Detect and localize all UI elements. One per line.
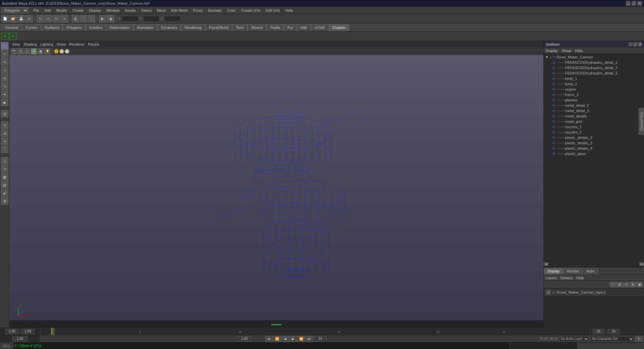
viewport[interactable]: View Shading Lighting Show Renderer Pane…: [9, 41, 543, 328]
tab-polygons[interactable]: Polygons: [63, 24, 85, 31]
outliner-menu-help[interactable]: Help: [575, 49, 583, 53]
sculpt-btn[interactable]: 🖌: [1, 189, 8, 197]
menu-assets[interactable]: Assets: [124, 8, 137, 12]
poly-create-btn[interactable]: ⬡: [1, 157, 8, 164]
play-forward-btn[interactable]: ▶: [289, 336, 297, 342]
menu-proxy[interactable]: Proxy: [193, 8, 203, 12]
list-item[interactable]: ⊡ ——○ body_2: [544, 81, 644, 87]
tab-painteffects[interactable]: PaintEffects: [205, 24, 232, 31]
tab-display[interactable]: Display: [544, 268, 563, 275]
cmd-input[interactable]: [13, 343, 510, 349]
vp-menu-renderer[interactable]: Renderer: [69, 42, 85, 46]
tab-general[interactable]: General: [1, 24, 22, 31]
timeline-start-input[interactable]: [5, 329, 19, 334]
vp-menu-view[interactable]: View: [12, 42, 20, 46]
move-btn[interactable]: ⊹: [1, 66, 8, 74]
list-item[interactable]: ⊡ ——○ frame_2: [544, 92, 644, 97]
timeline-end-input[interactable]: [608, 329, 620, 334]
curve-cv-btn[interactable]: ⊙: [1, 121, 8, 129]
layer-options-btn[interactable]: ⚙: [630, 282, 636, 287]
tab-surfaces[interactable]: Surfaces: [41, 24, 63, 31]
vp-texture-btn[interactable]: ▦: [38, 48, 44, 54]
x-input[interactable]: [122, 16, 139, 22]
menu-display[interactable]: Display: [88, 8, 102, 12]
slide-edge-btn[interactable]: ▤: [1, 181, 8, 189]
vp-grid-btn[interactable]: #: [17, 48, 23, 54]
snap-point-btn[interactable]: ·: [88, 15, 95, 22]
anim-layer-select[interactable]: No Anim Layer: [559, 336, 589, 342]
vp-menu-lighting[interactable]: Lighting: [40, 42, 53, 46]
go-to-start-btn[interactable]: ⏮: [265, 336, 273, 342]
vp-menu-show[interactable]: Show: [57, 42, 66, 46]
list-item[interactable]: ⊡ ——○ FBXASC032hydraulics_detail_2: [544, 65, 644, 70]
outliner-close-btn[interactable]: ✕: [638, 42, 642, 46]
layer-color-btn[interactable]: ▣: [637, 282, 643, 287]
list-item[interactable]: ⊡ ——○ engine: [544, 87, 644, 92]
ipr-btn[interactable]: ◉: [107, 15, 114, 22]
delete-layer-btn[interactable]: ✕: [623, 282, 629, 287]
list-item[interactable]: ⊡ ——○ FBXASC032hydraulics_detail_1: [544, 60, 644, 65]
outliner-hscroll[interactable]: [548, 262, 639, 266]
list-item[interactable]: ⊡ ——○ metal_detail_3: [544, 108, 644, 113]
snap-curve-btn[interactable]: ⌒: [80, 15, 87, 22]
outliner-scroll-left[interactable]: ◀: [544, 262, 548, 266]
vp-light-2[interactable]: [59, 49, 64, 54]
menu-select[interactable]: Select: [141, 8, 152, 12]
offset-edge-btn[interactable]: ▦: [1, 173, 8, 181]
menu-edit-uvs[interactable]: Edit UVs: [265, 8, 281, 12]
create-layer-from-sel-btn[interactable]: ⊞: [616, 282, 623, 287]
universal-manip-btn[interactable]: ✦: [1, 91, 8, 98]
vp-wireframe-btn[interactable]: ◻: [24, 48, 30, 54]
menu-mesh[interactable]: Mesh: [156, 8, 167, 12]
tab-ncloth[interactable]: nCloth: [311, 24, 329, 31]
go-to-end-btn[interactable]: ⏭: [306, 336, 313, 342]
title-bar-controls[interactable]: _ □ ✕: [626, 1, 642, 6]
tab-dynamics[interactable]: Dynamics: [157, 24, 181, 31]
render-btn[interactable]: ▶: [99, 15, 106, 22]
tab-toon[interactable]: Toon: [232, 24, 248, 31]
scale-btn[interactable]: ⤡: [1, 83, 8, 90]
paint-btn[interactable]: ✏: [1, 58, 8, 66]
loop-btn[interactable]: ↻: [635, 336, 643, 342]
outliner-scroll-right[interactable]: ▶: [639, 262, 644, 266]
layer-visibility-btn[interactable]: V: [546, 290, 551, 295]
current-time-input[interactable]: [12, 336, 28, 342]
tab-deformation[interactable]: Deformation: [106, 24, 133, 31]
menu-edit[interactable]: Edit: [44, 8, 52, 12]
tab-rendering[interactable]: Rendering: [181, 24, 205, 31]
vp-menu-panels[interactable]: Panels: [88, 42, 99, 46]
tab-anim[interactable]: Anim: [583, 268, 598, 275]
timeline-start-range-input[interactable]: [21, 329, 35, 334]
outliner-root-item[interactable]: ▼ ○ ⊡ Snow_Maker_Cannon: [544, 54, 644, 60]
list-item[interactable]: ⊡ ——○ glasses: [544, 97, 644, 103]
menu-normals[interactable]: Normals: [207, 8, 222, 12]
relax-btn[interactable]: ⊞: [1, 197, 8, 205]
show-manip-btn[interactable]: ⊡: [1, 110, 8, 117]
list-item[interactable]: ⊡ ——○ nozzles_2: [544, 130, 644, 135]
tab-fur[interactable]: Fur: [284, 24, 297, 31]
outliner-maximize-btn[interactable]: □: [633, 42, 637, 46]
outliner-titlebar-controls[interactable]: _ □ ✕: [629, 42, 642, 46]
tab-custom[interactable]: Custom: [329, 24, 349, 31]
z-input[interactable]: [164, 16, 181, 22]
maximize-btn[interactable]: □: [632, 1, 636, 6]
layers-menu-help[interactable]: Help: [576, 276, 584, 280]
shelf-icon-1[interactable]: ✓: [1, 33, 9, 40]
menu-help[interactable]: Help: [285, 8, 294, 12]
new-scene-btn[interactable]: 📄: [1, 15, 9, 22]
playback-end-input[interactable]: [314, 336, 326, 342]
outliner-minimize-btn[interactable]: _: [629, 42, 633, 46]
list-item[interactable]: ⊡ ——○ plastic_glass: [544, 151, 644, 156]
timeline-ruler[interactable]: 1 5 10 15 20 22: [40, 328, 590, 335]
list-item[interactable]: ⊡ ——○ nozzles_1: [544, 124, 644, 130]
menu-create-uvs[interactable]: Create UVs: [240, 8, 261, 12]
list-item[interactable]: ⊡ ——○ metal_details: [544, 113, 644, 119]
open-scene-btn[interactable]: 📂: [9, 15, 17, 22]
snap-grid-btn[interactable]: ⊞: [72, 15, 79, 22]
list-item[interactable]: ⊡ ——○ plastic_details_2: [544, 135, 644, 140]
translate-tool[interactable]: ⊹: [45, 15, 52, 22]
tab-hair[interactable]: Hair: [297, 24, 311, 31]
list-item[interactable]: ⊡ ——○ plastic_details_4: [544, 146, 644, 151]
rotate-btn[interactable]: ↻: [1, 74, 8, 82]
timeline-end-range-input[interactable]: [593, 329, 604, 334]
